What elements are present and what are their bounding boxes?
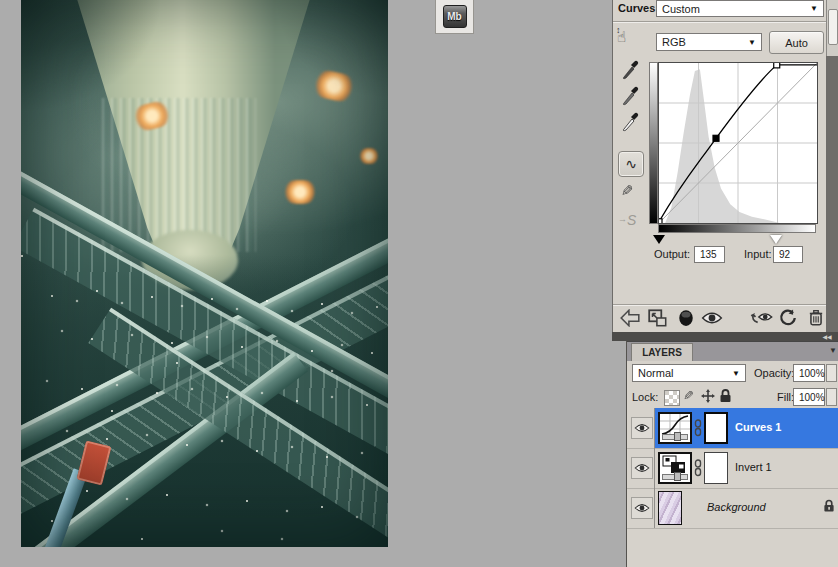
chevron-down-icon: ▼ (810, 4, 818, 13)
expanded-view-icon[interactable] (647, 309, 669, 327)
input-field[interactable]: 92 (773, 246, 803, 263)
output-label: Output: (654, 248, 690, 260)
eye-column (627, 448, 655, 488)
layer-name[interactable]: Background (707, 501, 766, 513)
layer-row-highlight: Curves 1 (655, 408, 838, 448)
curves-preset-select[interactable]: Custom ▼ (656, 0, 824, 17)
layer-row-background[interactable]: Background (627, 488, 838, 529)
background-lock-icon (823, 499, 835, 513)
lock-transparent-pixels-icon[interactable] (664, 390, 680, 406)
curves-graph[interactable] (658, 62, 818, 224)
panel-title: Curves (618, 2, 655, 14)
link-mask-icon[interactable] (694, 419, 702, 437)
gray-point-eyedropper-icon[interactable] (621, 86, 639, 106)
opacity-field[interactable]: 100% (793, 364, 825, 382)
collapse-panels-icon[interactable]: ◀◀ (817, 332, 837, 341)
opacity-label: Opacity: (754, 367, 794, 379)
edit-points-tool-button[interactable]: ∿ (618, 151, 644, 177)
view-previous-state-icon[interactable] (749, 309, 775, 327)
visibility-eye-icon[interactable] (631, 457, 653, 479)
layer-mask-thumbnail[interactable] (704, 412, 728, 444)
layer-list: Curves 1 Invert (627, 408, 838, 567)
document-canvas-photo[interactable] (21, 0, 388, 547)
eye-icon (634, 503, 650, 513)
smooth-curve-icon[interactable]: →S (618, 212, 636, 228)
on-image-adjustment-tool[interactable]: ☝↕ (617, 28, 641, 52)
photo-vignette (21, 0, 388, 547)
lock-position-icon[interactable] (701, 389, 715, 403)
mini-bridge-button[interactable]: Mb (435, 0, 474, 34)
white-input-slider[interactable] (770, 235, 782, 244)
layer-mask-thumbnail[interactable] (704, 452, 728, 484)
channel-value: RGB (662, 36, 686, 48)
layer-row-curves-1[interactable]: Curves 1 (627, 408, 838, 449)
mini-bridge-icon: Mb (443, 5, 467, 28)
layer-row-body: Invert 1 (655, 448, 838, 488)
opacity-slider-button[interactable] (826, 364, 837, 382)
input-output-row: Output: 135 Input: 92 (613, 246, 827, 264)
visibility-eye-icon[interactable] (701, 309, 723, 327)
link-mask-icon[interactable] (694, 459, 702, 477)
eye-column (627, 488, 655, 528)
eye-icon (634, 463, 650, 473)
visibility-eye-icon[interactable] (631, 497, 653, 519)
layer-name[interactable]: Invert 1 (735, 461, 772, 473)
output-gradient-bar (649, 62, 658, 224)
tab-layers[interactable]: LAYERS (631, 343, 693, 361)
black-input-slider[interactable] (653, 235, 665, 244)
chevron-down-icon: ▼ (732, 369, 740, 378)
chevron-down-icon: ▼ (748, 38, 756, 47)
lock-image-pixels-icon[interactable]: ✎ (683, 388, 694, 403)
output-field[interactable]: 135 (694, 246, 725, 263)
dock-strip (826, 56, 838, 332)
blend-mode-value: Normal (638, 367, 673, 379)
return-to-list-arrow-icon[interactable] (619, 309, 641, 327)
black-point-eyedropper-icon[interactable] (621, 60, 639, 80)
channel-select[interactable]: RGB ▼ (656, 33, 762, 51)
auto-button[interactable]: Auto (769, 31, 824, 54)
up-down-arrow-icon: ↕ (616, 25, 621, 35)
clip-to-layer-icon[interactable] (676, 309, 696, 327)
layer-row-body: Background (655, 488, 838, 528)
panel-gap (612, 332, 838, 341)
invert-adjustment-thumbnail[interactable] (658, 452, 692, 484)
fill-label: Fill: (777, 391, 794, 403)
layers-panel: LAYERS ▼ Normal ▼ Opacity: 100% Lock: ✎ … (626, 341, 838, 567)
eye-column (627, 408, 655, 448)
visibility-eye-icon[interactable] (631, 417, 653, 439)
divider (613, 21, 827, 22)
pencil-tool-icon[interactable]: ✎ (621, 182, 634, 200)
fill-slider-button[interactable] (826, 388, 837, 406)
input-gradient-bar (658, 224, 816, 233)
photoshop-workspace: Mb Curves Custom ▼ ☝↕ RGB ▼ Auto ∿ ✎ →S … (0, 0, 838, 567)
collapsed-panel-button[interactable] (828, 9, 838, 45)
eye-icon (634, 423, 650, 433)
layer-name[interactable]: Curves 1 (735, 421, 781, 433)
panel-menu-icon[interactable]: ▼ (829, 346, 837, 355)
thumbnail-slider-knob (674, 432, 681, 441)
lock-label: Lock: (632, 391, 658, 403)
layer-row-invert-1[interactable]: Invert 1 (627, 448, 838, 489)
background-layer-thumbnail[interactable] (658, 491, 682, 525)
curves-adjustments-panel: Curves Custom ▼ ☝↕ RGB ▼ Auto ∿ ✎ →S Out… (612, 0, 827, 332)
divider (613, 304, 827, 305)
lock-all-icon[interactable] (719, 389, 732, 403)
preset-value: Custom (662, 3, 700, 15)
fill-field[interactable]: 100% (793, 388, 825, 406)
reset-icon[interactable] (778, 309, 798, 327)
input-label: Input: (744, 248, 772, 260)
thumbnail-slider-knob (674, 472, 681, 481)
white-point-eyedropper-icon[interactable] (621, 112, 639, 132)
delete-adjustment-trash-icon[interactable] (806, 309, 826, 327)
curves-adjustment-thumbnail[interactable] (658, 412, 692, 444)
blend-mode-select[interactable]: Normal ▼ (632, 364, 746, 382)
